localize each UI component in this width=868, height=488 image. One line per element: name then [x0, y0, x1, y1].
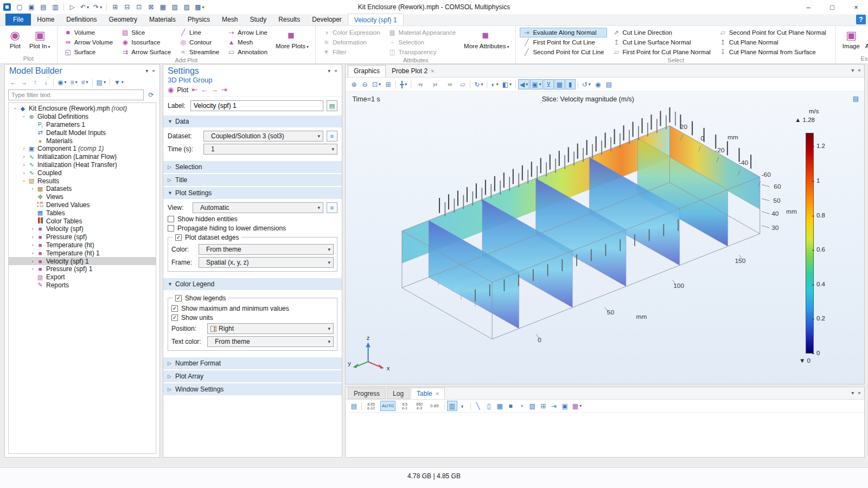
material-appearance-button[interactable]: ▩Material Appearance: [386, 28, 458, 37]
save-as-icon[interactable]: ▥: [50, 2, 61, 12]
model-tree-node-icon[interactable]: ▤▾: [95, 77, 107, 87]
arrow-volume-button[interactable]: ⇛Arrow Volume: [61, 37, 116, 47]
tree-item-global-definitions[interactable]: ›⊕Global Definitions: [9, 113, 156, 121]
first-step-icon[interactable]: ⇤: [192, 86, 197, 94]
print-icon[interactable]: ▤: [604, 79, 614, 89]
plot-button[interactable]: ◉Plot: [4, 28, 27, 50]
contour-button[interactable]: ◎Contour: [176, 37, 222, 47]
annotation-button[interactable]: ▭Annotation: [225, 47, 270, 57]
section-color-legend[interactable]: ▼Color Legend: [163, 278, 342, 290]
expand-all-icon[interactable]: ≡▾: [80, 77, 90, 87]
undo-icon[interactable]: ↶▾: [79, 2, 91, 12]
edge-color-select[interactable]: From theme▾: [199, 244, 334, 255]
legend-text-color-select[interactable]: From theme▾: [207, 336, 334, 347]
save-icon[interactable]: ▤: [38, 2, 49, 12]
clear-selection-icon[interactable]: ▧: [169, 2, 180, 12]
tree-item-component-1[interactable]: ›▣Component 1(comp 1): [9, 145, 156, 153]
plot-canvas[interactable]: 200-20mm-40-60605040mm3015010050mm0Time=…: [346, 92, 864, 384]
selection-mode-icon[interactable]: ◀▾: [518, 79, 529, 89]
section-window-settings[interactable]: ▷Window Settings: [163, 383, 342, 395]
tab-results[interactable]: Results: [272, 14, 306, 25]
show-legend-icon[interactable]: ▮: [565, 79, 576, 89]
snapshot-icon[interactable]: ◉: [593, 79, 603, 89]
table-settings-icon[interactable]: ▤: [349, 401, 359, 411]
checkbox-show-max-min[interactable]: ✓Show maximum and minimum values: [171, 304, 334, 313]
tree-item-derived-values[interactable]: 8.85e-12Derived Values: [9, 201, 156, 209]
cut-plane-normal-from-surface-button[interactable]: ↧Cut Plane Normal from Surface: [716, 47, 829, 57]
table-grid-icon[interactable]: ▦▾: [571, 401, 583, 411]
plot-in-button[interactable]: ▣Plot In▾: [27, 28, 53, 52]
transparency-button[interactable]: ◫Transparency: [386, 47, 458, 57]
refresh-icon[interactable]: ⟳: [146, 90, 156, 100]
maximize-button[interactable]: □: [820, 0, 844, 14]
last-step-icon[interactable]: ⇥: [221, 86, 227, 94]
section-plot-array[interactable]: ▷Plot Array: [163, 370, 342, 382]
tree-item-temperature-ht[interactable]: ›■Temperature (ht): [9, 241, 156, 249]
panel-menu-icon[interactable]: ▾: [851, 390, 854, 396]
zoom-out-icon[interactable]: ⊖: [360, 79, 370, 89]
format-decimal-icon[interactable]: 0.85: [427, 401, 442, 411]
tree-item-initialization-laminar-flow[interactable]: ›∿Initialization (Laminar Flow): [9, 153, 156, 161]
view-xz-icon[interactable]: xz: [443, 79, 457, 89]
tab-probe-plot-2[interactable]: Probe Plot 2×: [386, 65, 440, 77]
cut-plane-normal-button[interactable]: ↥Cut Plane Normal: [716, 37, 829, 47]
arrow-surface-button[interactable]: ⇉Arrow Surface: [118, 47, 174, 57]
go-to-default-view-icon[interactable]: ╋▾: [398, 79, 409, 89]
more-plots-button[interactable]: ■More Plots▾: [273, 28, 311, 52]
section-selection[interactable]: ▷Selection: [163, 161, 342, 173]
rotate-view-icon[interactable]: ↻▾: [473, 79, 484, 89]
cut-line-direction-button[interactable]: ⇗Cut Line Direction: [610, 28, 713, 37]
label-id-button[interactable]: ▤: [327, 100, 337, 111]
filter-icon[interactable]: ▼▾: [112, 77, 125, 87]
evaluate-along-normal-button[interactable]: ⇥Evaluate Along Normal: [520, 28, 607, 37]
polar-coordinates-icon[interactable]: ◐: [458, 401, 468, 411]
tab-log[interactable]: Log: [387, 388, 410, 399]
run-icon[interactable]: ▷: [67, 2, 78, 12]
zoom-in-icon[interactable]: ⊕: [349, 79, 359, 89]
checkbox-propagate-hiding[interactable]: Propagate hiding to lower dimensions: [168, 223, 337, 233]
tree-item-tables[interactable]: ▦Tables: [9, 209, 156, 217]
tree-item-datasets[interactable]: ›▦Datasets: [9, 185, 156, 193]
zoom-extents-icon[interactable]: ⊞: [383, 79, 393, 89]
tab-developer[interactable]: Developer: [306, 14, 348, 25]
filter-button[interactable]: ▼Filter: [320, 47, 383, 57]
tab-home[interactable]: Home: [31, 14, 60, 25]
streamline-button[interactable]: ≈Streamline: [176, 47, 222, 57]
redo-icon[interactable]: ↷▾: [92, 2, 104, 12]
image-button[interactable]: ▣Image: [840, 28, 863, 50]
tab-study[interactable]: Study: [244, 14, 272, 25]
legend-position-select[interactable]: Right▾: [207, 323, 334, 334]
close-icon[interactable]: ×: [431, 68, 434, 74]
animation-button[interactable]: ▦Animation▾: [863, 28, 868, 52]
go-to-source-button[interactable]: ≡: [327, 131, 337, 142]
time-select[interactable]: 1▾: [203, 144, 337, 155]
pin-icon[interactable]: ⌖: [858, 67, 861, 74]
checkbox-show-legends[interactable]: ✓Show legends: [173, 293, 228, 303]
format-auto-button[interactable]: AUTO: [379, 401, 397, 411]
format-milli-icon[interactable]: 850e-3: [412, 401, 426, 411]
deformation-button[interactable]: ≋Deformation: [320, 37, 383, 47]
tree-item-velocity-spf[interactable]: ›■Velocity (spf): [9, 225, 156, 233]
panel-menu-icon[interactable]: ▾: [328, 68, 330, 74]
tab-table[interactable]: Table×: [411, 388, 445, 399]
tab-file[interactable]: File: [5, 14, 31, 25]
first-point-for-cut-plane-normal-button[interactable]: ▱First Point for Cut Plane Normal: [610, 47, 713, 57]
select-box-icon[interactable]: ▦: [157, 2, 168, 12]
tab-mesh[interactable]: Mesh: [216, 14, 244, 25]
section-number-format[interactable]: ▷Number Format: [163, 357, 342, 369]
mesh-button[interactable]: ▲Mesh: [225, 37, 270, 47]
tree-item-parameters-1[interactable]: PiParameters 1: [9, 121, 156, 129]
section-data[interactable]: ▼Data: [163, 115, 342, 127]
tab-graphics[interactable]: Graphics: [348, 65, 386, 77]
plot-properties-icon[interactable]: ▤: [853, 95, 859, 102]
tree-item-velocity-spf-1[interactable]: ›■Velocity (spf) 1: [9, 257, 156, 265]
tab-materials[interactable]: Materials: [143, 14, 182, 25]
second-point-for-cut-line-button[interactable]: ╱Second Point for Cut Line: [520, 47, 607, 57]
reset-hiding-icon[interactable]: ↺▾: [580, 79, 592, 89]
delete-table-icon[interactable]: ▯: [484, 401, 494, 411]
label-input[interactable]: [190, 100, 323, 111]
section-title[interactable]: ▷Title: [163, 174, 342, 186]
arrow-line-button[interactable]: ⇢Arrow Line: [225, 28, 270, 37]
slice-button[interactable]: ▤Slice: [118, 28, 174, 37]
tree-item-results[interactable]: ›▧Results: [9, 177, 156, 185]
